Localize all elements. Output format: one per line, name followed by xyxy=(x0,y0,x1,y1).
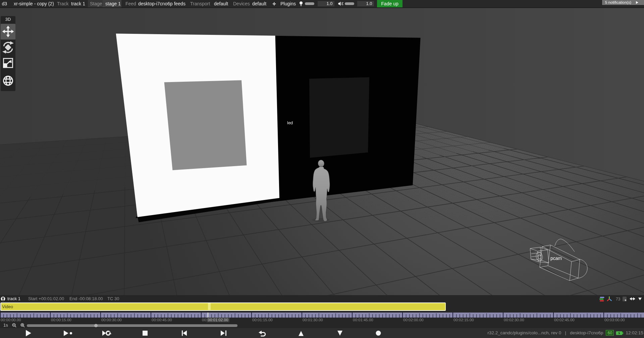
svg-text:led: led xyxy=(287,120,293,125)
svg-text:73: 73 xyxy=(616,297,621,301)
svg-text:pcam: pcam xyxy=(550,256,562,261)
